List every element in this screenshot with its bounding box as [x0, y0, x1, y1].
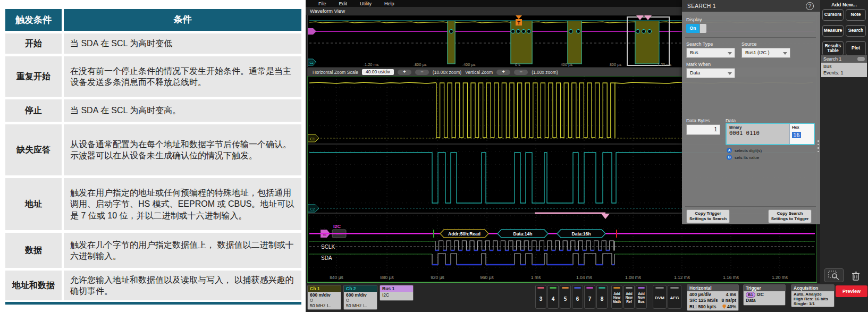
copy-search-to-trigger-button[interactable]: Copy Search Settings to Trigger [768, 209, 812, 223]
bus-packet-dot [642, 29, 645, 33]
main-ch1-badge[interactable]: C1 [308, 134, 319, 142]
right-sidebar: Add New... Cursors Note Measure Search R… [820, 0, 868, 283]
main-ch2-badge[interactable]: C2 [308, 205, 319, 212]
channel-4-button[interactable]: 4 [547, 285, 559, 309]
knob-b-icon: B [727, 155, 732, 160]
toggle-knob[interactable] [700, 24, 706, 33]
h-zoom-minus-button[interactable]: − [415, 70, 429, 75]
horizontal-title: Horizontal [687, 285, 738, 291]
channel-8-button[interactable]: 8 [596, 285, 608, 309]
row-label: 地址和数据 [5, 271, 64, 300]
panel-drag-handle[interactable] [817, 139, 820, 153]
probe-icon [346, 299, 349, 302]
bandwidth-icon [327, 304, 331, 307]
v-zoom-minus-button[interactable]: − [514, 70, 528, 75]
mark-when-dropdown[interactable]: Data [686, 68, 735, 78]
ch1-trace [309, 82, 436, 83]
channel-6-button[interactable]: 6 [572, 285, 583, 309]
toggle-on-label: On [686, 24, 700, 33]
search-result-body[interactable]: Bus Events: 1 [821, 63, 867, 77]
svg-text:960 µs: 960 µs [480, 275, 494, 280]
v-zoom-plus-button[interactable]: + [496, 70, 510, 75]
add-new-math-button[interactable]: Add New Math [611, 285, 622, 309]
horizontal-zoom-scale-value[interactable]: 40.00 us/div [362, 69, 394, 75]
search-result-header[interactable]: Search 1 [821, 55, 867, 63]
delete-button[interactable] [848, 269, 864, 282]
svg-text:I2C: I2C [333, 224, 341, 229]
dvm-button[interactable]: DVM [653, 285, 667, 309]
row-text: 从设备通常配置为在每个地址和数据字节后传输一个确认。示波器可以在从设备未生成确认… [64, 124, 301, 175]
table-row: 开始 当 SDA 在 SCL 为高时变低 [5, 33, 301, 54]
add-results-table-button[interactable]: Results Table [822, 41, 844, 56]
probe-icon [310, 299, 313, 302]
afg-button[interactable]: AFG [668, 285, 681, 309]
add-new-ref-button[interactable]: Add New Ref [623, 285, 635, 309]
ch2-settings: 600 m/div 50 MHz [344, 292, 377, 309]
add-measure-button[interactable]: Measure [822, 25, 844, 37]
add-note-button[interactable]: Note [846, 9, 866, 21]
search-result-toggle[interactable] [857, 57, 865, 61]
box-zoom-icon [828, 271, 840, 280]
data-bytes-input[interactable]: 1 [686, 124, 720, 135]
channel-3-button[interactable]: 3 [535, 285, 546, 309]
bus-packet-dot [569, 29, 572, 33]
acquisition-settings-panel[interactable]: Acquisition Auto, Analyze High Res: 16 b… [791, 284, 835, 307]
horizontal-settings-panel[interactable]: Horizontal 400 µs/div4 ms SR: 125 MS/s8 … [687, 284, 739, 311]
channel-7-button[interactable]: 7 [584, 285, 595, 309]
bus-decode-box: Data:16h [557, 230, 605, 238]
zoom-select-button[interactable] [824, 268, 844, 282]
svg-text:Addr:50h:Read: Addr:50h:Read [448, 231, 481, 237]
search-result-events: Events: 1 [823, 70, 865, 77]
display-toggle[interactable]: On [686, 24, 706, 33]
copy-trigger-to-search-button[interactable]: Copy Trigger Settings to Search [686, 209, 730, 223]
mark-when-label: Mark When [686, 62, 711, 67]
screenshot-root: 触发条件 条件 开始 当 SDA 在 SCL 为高时变低 重复开始 在没有前一个… [0, 0, 868, 312]
preview-button[interactable]: Preview [836, 285, 867, 297]
svg-text:-800 µs: -800 µs [413, 62, 426, 67]
row-text: 当 SDA 在 SCL 为高时变低 [64, 33, 301, 54]
bus1-badge[interactable]: Bus 1 I2C [380, 285, 414, 301]
svg-text:1.16 ms: 1.16 ms [723, 275, 739, 280]
tab-waveform-view[interactable]: Waveform View [306, 8, 345, 14]
add-plot-button[interactable]: Plot [846, 41, 866, 56]
search-panel-title-bar[interactable]: SEARCH 1 [682, 0, 820, 12]
bus-packet-dot [511, 29, 515, 33]
ch2-badge[interactable]: Ch 2 600 m/div 50 MHz [343, 285, 377, 310]
svg-text:1.08 ms: 1.08 ms [625, 275, 641, 280]
table-row: 地址 触发在用户指定的地址或任何预编程的特殊地址，包括通用调用、启动字节、HS … [5, 178, 301, 230]
bus-decode-box: Data:14h [498, 230, 548, 238]
column-header-trigger-condition: 触发条件 [5, 9, 64, 31]
horizontal-zoom-scale-label: Horizontal Zoom Scale [313, 70, 358, 75]
menu-help[interactable]: Help [384, 1, 394, 6]
menu-file[interactable]: File [318, 1, 326, 6]
svg-text:C2: C2 [309, 61, 313, 64]
trigger-settings-panel[interactable]: Trigger B1I2C Data [743, 284, 786, 306]
add-cursors-button[interactable]: Cursors [822, 9, 844, 21]
source-dropdown[interactable]: Bus1 (I2C ) [741, 48, 790, 58]
hex-field[interactable]: Hex 16 [789, 124, 814, 144]
add-new-bus-button[interactable]: Add New Bus [636, 285, 647, 309]
row-label: 开始 [5, 33, 64, 54]
acquisition-title: Acquisition [791, 285, 834, 291]
h-zoom-plus-button[interactable]: + [398, 70, 411, 75]
chevron-down-icon [728, 72, 732, 75]
bus-packet-dot [521, 29, 525, 33]
hex-value-selected[interactable]: 16 [792, 132, 801, 138]
binary-value[interactable]: 0001 0110 [729, 130, 787, 136]
binary-field[interactable]: Binary 0001 0110 [727, 124, 789, 144]
bus-packet-dot [636, 29, 639, 33]
row-label: 重复开始 [5, 56, 64, 97]
search-type-dropdown[interactable]: Bus [686, 48, 735, 58]
add-search-button[interactable]: Search [846, 25, 866, 37]
row-label: 数据 [5, 233, 64, 268]
help-icon[interactable]: ? [806, 2, 814, 10]
search-result-card[interactable]: Search 1 Bus Events: 1 [821, 55, 867, 77]
record-warning-icon [722, 305, 726, 309]
trigger-position-marker[interactable]: T [516, 15, 522, 26]
menu-utility[interactable]: Utility [360, 1, 372, 6]
svg-text:SDA: SDA [321, 255, 332, 261]
ch1-badge[interactable]: Ch 1 600 m/div 50 MHz [307, 285, 341, 310]
channel-5-button[interactable]: 5 [560, 285, 571, 309]
data-value-editor[interactable]: Binary 0001 0110 Hex 16 [726, 123, 815, 145]
menu-edit[interactable]: Edit [339, 1, 348, 6]
